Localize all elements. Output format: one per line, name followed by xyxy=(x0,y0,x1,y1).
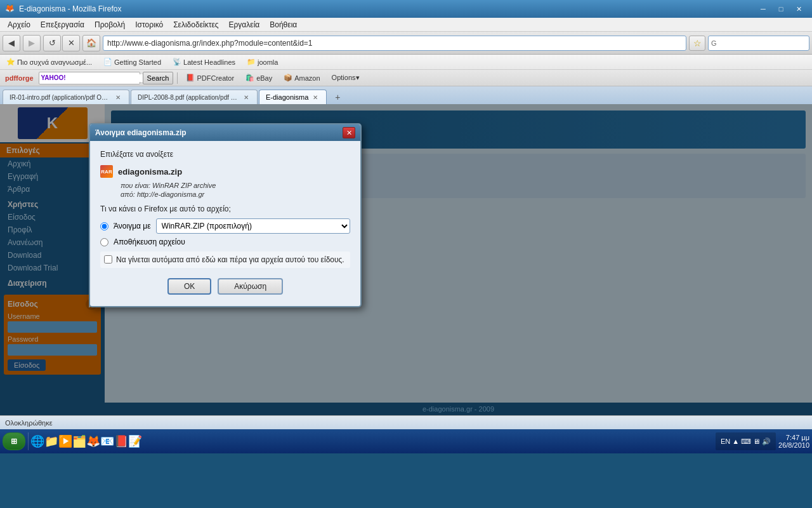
save-label: Αποθήκευση αρχείου xyxy=(114,237,185,246)
bookmarks-bar: ⭐ Πιο συχνά αναγνωσμέ... 📄 Getting Start… xyxy=(0,55,812,70)
menu-history[interactable]: Ιστορικό xyxy=(130,19,168,30)
taskbar-firefox-icon[interactable]: 🦊 xyxy=(87,435,100,448)
clock-time: 7:47 μμ xyxy=(778,434,809,441)
yahoo-search-box: YAHOO! xyxy=(39,72,140,84)
taskbar-ie-icon[interactable]: 🌐 xyxy=(31,435,44,448)
auto-checkbox[interactable] xyxy=(104,255,112,264)
system-tray: EN ▲ ⌨ 🖥 🔊 xyxy=(716,432,776,450)
google-search-input[interactable] xyxy=(719,39,812,48)
menu-tools[interactable]: Εργαλεία xyxy=(224,19,265,30)
taskbar-outlook-icon[interactable]: 📧 xyxy=(101,435,114,448)
tabs-bar: IR-01-intro.pdf (application/pdf Obj... … xyxy=(0,86,812,104)
status-text: Ολοκληρώθηκε xyxy=(5,419,807,427)
bookmark-headlines[interactable]: 📡 Latest Headlines xyxy=(169,57,239,67)
taskbar-folder-icon[interactable]: 📁 xyxy=(45,435,58,448)
home-button[interactable]: 🏠 xyxy=(82,35,100,51)
google-logo-icon: G xyxy=(709,39,719,47)
tab-0[interactable]: IR-01-intro.pdf (application/pdf Obj... … xyxy=(3,90,129,104)
amazon-button[interactable]: 📦 Amazon xyxy=(279,72,324,84)
dialog-save-row: Αποθήκευση αρχείου xyxy=(100,237,350,246)
dialog-titlebar: Άνοιγμα ediagonisma.zip ✕ xyxy=(90,124,360,141)
start-button[interactable]: ⊞ xyxy=(3,432,25,450)
dialog-filetype-row: που είναι: WinRAR ZIP archive xyxy=(121,182,350,189)
page-icon: 📄 xyxy=(103,58,112,66)
folder-icon: 📁 xyxy=(247,58,256,66)
pdfforge-logo: pdfforge xyxy=(3,74,36,82)
tab-2[interactable]: E-diagonisma ✕ xyxy=(259,90,327,104)
system-clock[interactable]: 7:47 μμ 26/8/2010 xyxy=(778,434,809,449)
save-radio[interactable] xyxy=(100,238,108,246)
winrar-icon: RAR xyxy=(100,165,113,178)
dialog-auto-row: Να γίνεται αυτόματα από εδώ και πέρα για… xyxy=(100,251,350,268)
tab-1-close[interactable]: ✕ xyxy=(242,93,251,102)
star-icon: ⭐ xyxy=(6,58,15,66)
firefox-icon: 🦊 xyxy=(5,4,15,14)
dialog-close-button[interactable]: ✕ xyxy=(343,127,355,138)
window-title: E-diagonisma - Mozilla Firefox xyxy=(19,4,755,13)
dialog-source-row: από: http://e-diagonisma.gr xyxy=(121,190,350,198)
ebay-button[interactable]: 🛍️ eBay xyxy=(241,72,277,84)
clock-date: 26/8/2010 xyxy=(778,441,809,449)
taskbar: ⊞ 🌐 📁 ▶️ 🗂️ 🦊 📧 📕 📝 EN ▲ ⌨ 🖥 🔊 7:47 μμ 2… xyxy=(0,429,812,453)
tab-1[interactable]: DIPL-2008-8.pdf (application/pdf O... ✕ xyxy=(131,90,258,104)
cancel-button[interactable]: Ακύρωση xyxy=(218,278,283,295)
bookmark-star-button[interactable]: ☆ xyxy=(689,36,705,51)
dialog-question: Τι να κάνει ο Firefox με αυτό το αρχείο; xyxy=(100,204,350,213)
pdf-icon: 📕 xyxy=(186,74,195,82)
browser-content: K Επιλογές Αρχική Εγγραφή Άρθρα Χρήστες … xyxy=(0,104,812,415)
maximize-button[interactable]: □ xyxy=(773,2,789,16)
open-radio[interactable] xyxy=(100,222,108,231)
search-button[interactable]: Search xyxy=(143,72,174,84)
dialog-buttons: OK Ακύρωση xyxy=(100,278,350,297)
taskbar-media-icon[interactable]: ▶️ xyxy=(59,435,72,448)
forward-button[interactable]: ▶ xyxy=(23,35,41,51)
options-button[interactable]: Options▾ xyxy=(327,72,364,84)
taskbar-word-icon[interactable]: 📝 xyxy=(129,435,141,448)
back-button[interactable]: ◀ xyxy=(3,35,20,51)
windows-logo-icon: ⊞ xyxy=(11,437,17,446)
taskbar-right: EN ▲ ⌨ 🖥 🔊 7:47 μμ 26/8/2010 xyxy=(716,432,809,450)
ok-button[interactable]: OK xyxy=(167,278,211,295)
menu-edit[interactable]: Επεξεργασία xyxy=(36,19,89,30)
dialog-title: Άνοιγμα ediagonisma.zip xyxy=(95,128,343,137)
google-search-box: G 🔍 xyxy=(708,36,809,51)
toolbar-row: pdfforge YAHOO! Search 📕 PDFCreator 🛍️ e… xyxy=(0,70,812,86)
new-tab-button[interactable]: + xyxy=(331,90,344,104)
taskbar-separator-1 xyxy=(28,432,29,450)
pdf-creator-button[interactable]: 📕 PDFCreator xyxy=(181,72,239,84)
menu-bookmarks[interactable]: Σελιδοδείκτες xyxy=(168,19,223,30)
minimize-button[interactable]: ─ xyxy=(755,2,771,16)
menu-file[interactable]: Αρχείο xyxy=(3,19,36,30)
menubar: Αρχείο Επεξεργασία Προβολή Ιστορικό Σελι… xyxy=(0,18,812,32)
open-label: Άνοιγμα με xyxy=(114,222,151,231)
tab-2-label: E-diagonisma xyxy=(266,93,308,101)
file-open-dialog: Άνοιγμα ediagonisma.zip ✕ Επιλέξατε να α… xyxy=(89,123,362,307)
dialog-filename: ediagonisma.zip xyxy=(118,167,182,177)
monitor-icon: 🖥 xyxy=(753,438,760,445)
dialog-open-row: Άνοιγμα με WinRAR.ZIP (προεπιλογή) xyxy=(100,218,350,234)
ebay-icon: 🛍️ xyxy=(246,74,254,82)
close-button[interactable]: ✕ xyxy=(790,2,807,16)
rss-icon: 📡 xyxy=(173,58,181,66)
bookmark-joomla[interactable]: 📁 joomla xyxy=(243,57,282,67)
address-bar[interactable] xyxy=(103,36,686,51)
tab-2-close[interactable]: ✕ xyxy=(311,93,320,102)
auto-label: Να γίνεται αυτόματα από εδώ και πέρα για… xyxy=(116,255,344,264)
lang-indicator: EN xyxy=(721,438,730,445)
toolbar-separator xyxy=(177,72,178,84)
volume-icon: 🔊 xyxy=(762,438,771,446)
dialog-body: Επιλέξατε να ανοίξετε RAR ediagonisma.zi… xyxy=(90,141,360,306)
reload-button[interactable]: ↺ xyxy=(43,35,61,51)
titlebar: 🦊 E-diagonisma - Mozilla Firefox ─ □ ✕ xyxy=(0,0,812,18)
stop-button[interactable]: ✕ xyxy=(62,35,80,51)
keyboard-icon: ⌨ xyxy=(741,438,751,446)
bookmark-frequent[interactable]: ⭐ Πιο συχνά αναγνωσμέ... xyxy=(3,57,96,67)
status-bar: Ολοκληρώθηκε xyxy=(0,415,812,429)
app-select[interactable]: WinRAR.ZIP (προεπιλογή) xyxy=(156,218,350,234)
taskbar-acrobat-icon[interactable]: 📕 xyxy=(115,435,128,448)
taskbar-archive-icon[interactable]: 🗂️ xyxy=(73,435,86,448)
bookmark-getting-started[interactable]: 📄 Getting Started xyxy=(100,57,165,67)
menu-view[interactable]: Προβολή xyxy=(89,19,130,30)
menu-help[interactable]: Βοήθεια xyxy=(265,19,302,30)
tab-0-close[interactable]: ✕ xyxy=(114,93,122,102)
